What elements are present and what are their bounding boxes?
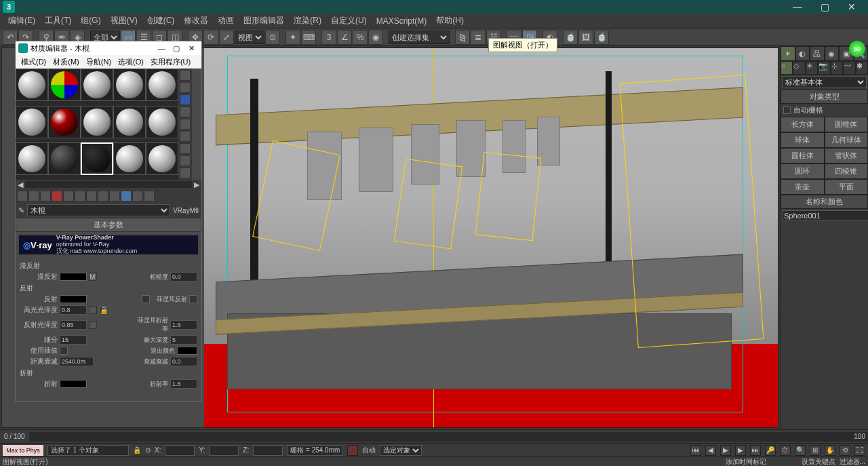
get-material-button[interactable] bbox=[17, 191, 28, 201]
set-key-button[interactable]: 设置关键点 bbox=[802, 457, 835, 467]
video-check-button[interactable] bbox=[180, 119, 191, 130]
menu-modifiers[interactable]: 修改器 bbox=[180, 14, 212, 28]
tab-hierarchy[interactable]: 品 bbox=[810, 46, 825, 61]
menu-customize[interactable]: 自定义(U) bbox=[327, 14, 371, 28]
coord-x-field[interactable] bbox=[165, 445, 195, 456]
key-mode-button[interactable]: 🔑 bbox=[765, 445, 776, 456]
pick-material-icon[interactable]: ✎ bbox=[18, 206, 24, 215]
mat-menu-modes[interactable]: 模式(D) bbox=[18, 57, 49, 67]
dialog-close-button[interactable]: ✕ bbox=[184, 44, 199, 53]
fresnel-ior-spinner[interactable]: 1.6 bbox=[170, 320, 197, 330]
assign-to-selection-button[interactable] bbox=[40, 191, 51, 201]
window-maximize-button[interactable]: ▢ bbox=[811, 0, 838, 14]
sample-slot[interactable] bbox=[146, 142, 178, 175]
make-unique-button[interactable] bbox=[75, 191, 85, 201]
rollout-basic-params[interactable]: 基本参数 bbox=[16, 218, 201, 232]
primitive-cylinder[interactable]: 圆柱体 bbox=[781, 148, 825, 163]
time-slider[interactable]: 0 / 100 100 bbox=[0, 429, 868, 443]
primitive-torus[interactable]: 圆环 bbox=[781, 163, 825, 179]
auto-key-button[interactable] bbox=[347, 445, 358, 456]
subtab-systems[interactable]: ✱ bbox=[856, 61, 868, 75]
go-forward-button[interactable] bbox=[144, 191, 155, 201]
dim-dist-spinner[interactable]: 2540.0m bbox=[60, 357, 94, 366]
mat-menu-options[interactable]: 选项(O) bbox=[115, 57, 146, 67]
subtab-spacewarps[interactable]: 〰 bbox=[843, 61, 855, 75]
subtab-cameras[interactable]: 📷 bbox=[818, 61, 830, 75]
exit-color-swatch[interactable] bbox=[177, 347, 197, 355]
primitive-pyramid[interactable]: 四棱锥 bbox=[825, 163, 869, 179]
sample-slot[interactable] bbox=[16, 142, 48, 175]
dialog-minimize-button[interactable]: — bbox=[154, 44, 169, 52]
roughness-spinner[interactable]: 0.0 bbox=[170, 272, 197, 281]
goto-start-button[interactable]: ⏮ bbox=[690, 445, 701, 456]
max-depth-spinner[interactable]: 5 bbox=[170, 335, 197, 345]
tab-motion[interactable]: ◉ bbox=[825, 46, 840, 61]
zoom-button[interactable]: 🔍 bbox=[795, 445, 806, 456]
coord-y-field[interactable] bbox=[209, 445, 239, 456]
sample-slot[interactable] bbox=[16, 69, 48, 101]
show-in-viewport-button[interactable] bbox=[109, 191, 120, 201]
refl-gloss-spinner[interactable]: 0.85 bbox=[60, 320, 87, 330]
background-button[interactable] bbox=[180, 94, 191, 105]
make-copy-button[interactable] bbox=[63, 191, 74, 201]
time-ruler[interactable] bbox=[29, 432, 868, 442]
primitive-sphere[interactable]: 球体 bbox=[781, 132, 825, 148]
tab-modify[interactable]: ◐ bbox=[795, 46, 810, 61]
sample-slot[interactable] bbox=[48, 142, 81, 175]
options-button[interactable] bbox=[180, 143, 191, 154]
subtab-lights[interactable]: ☀ bbox=[806, 61, 818, 75]
menu-rendering[interactable]: 渲染(R) bbox=[290, 14, 326, 28]
diffuse-map-button[interactable]: M bbox=[89, 273, 97, 281]
tab-create[interactable]: ✶ bbox=[781, 46, 795, 61]
perspective-viewport[interactable] bbox=[204, 48, 778, 427]
primitive-teapot[interactable]: 茶壶 bbox=[781, 179, 825, 195]
lock-button[interactable]: 🔒 bbox=[99, 306, 107, 314]
subtab-geometry[interactable]: ○ bbox=[781, 61, 793, 75]
material-editor-titlebar[interactable]: 材质编辑器 - 木棍 — ▢ ✕ bbox=[16, 41, 201, 55]
zoom-all-button[interactable]: ⊞ bbox=[810, 445, 821, 456]
hilight-map-button[interactable] bbox=[89, 306, 97, 314]
window-minimize-button[interactable]: — bbox=[784, 0, 811, 14]
show-end-result-button[interactable] bbox=[121, 191, 132, 201]
sample-uv-button[interactable] bbox=[180, 106, 191, 117]
sample-slot[interactable] bbox=[81, 106, 113, 138]
backlight-button[interactable] bbox=[180, 82, 191, 93]
sample-slot[interactable] bbox=[113, 106, 146, 138]
subdiv-spinner[interactable]: 15 bbox=[60, 335, 87, 345]
ime-indicator-icon[interactable]: 50 bbox=[849, 41, 865, 57]
sample-slot[interactable] bbox=[113, 69, 146, 101]
material-map-navigator-button[interactable] bbox=[180, 168, 191, 178]
sample-scrollbar[interactable]: ◀ ▶ bbox=[16, 180, 201, 189]
ior-spinner[interactable]: 1.6 bbox=[170, 379, 197, 389]
material-type-button[interactable]: VRayMtl bbox=[173, 207, 199, 214]
sample-slot-selected[interactable] bbox=[81, 142, 113, 175]
menu-edit[interactable]: 编辑(E) bbox=[4, 14, 39, 28]
dim-falloff-spinner[interactable]: 0.0 bbox=[170, 357, 197, 366]
hilight-gloss-spinner[interactable]: 0.8 bbox=[60, 305, 87, 315]
put-to-library-button[interactable] bbox=[86, 191, 97, 201]
object-name-input[interactable] bbox=[782, 210, 868, 221]
sample-slot[interactable] bbox=[81, 69, 113, 101]
sample-slot[interactable] bbox=[48, 69, 81, 101]
rollout-object-type[interactable]: 对象类型 bbox=[781, 90, 868, 104]
rollout-name-color[interactable]: 名称和颜色 bbox=[781, 195, 868, 209]
diffuse-color-swatch[interactable] bbox=[60, 273, 87, 281]
maxscript-mini-listener[interactable]: Max to Phys bbox=[3, 445, 43, 456]
sample-slot[interactable] bbox=[146, 69, 178, 101]
sample-slot[interactable] bbox=[146, 106, 178, 138]
make-preview-button[interactable] bbox=[180, 131, 191, 142]
lock-selection-icon[interactable]: 🔒 bbox=[133, 446, 141, 454]
prev-frame-button[interactable]: ◀ bbox=[705, 445, 716, 456]
goto-end-button[interactable]: ⏭ bbox=[750, 445, 761, 456]
menu-create[interactable]: 创建(C) bbox=[143, 14, 179, 28]
isolate-icon[interactable]: ⊙ bbox=[145, 446, 151, 454]
next-frame-button[interactable]: ▶ bbox=[735, 445, 746, 456]
coord-z-field[interactable] bbox=[253, 445, 283, 456]
key-filter-dropdown[interactable]: 选定对象 bbox=[380, 445, 422, 456]
pan-button[interactable]: ✋ bbox=[825, 445, 835, 456]
menu-grapheditors[interactable]: 图形编辑器 bbox=[239, 14, 288, 28]
time-config-button[interactable]: ⏱ bbox=[780, 445, 791, 456]
sample-type-button[interactable] bbox=[180, 70, 191, 81]
material-id-button[interactable] bbox=[98, 191, 108, 201]
subtab-shapes[interactable]: ◇ bbox=[793, 61, 805, 75]
